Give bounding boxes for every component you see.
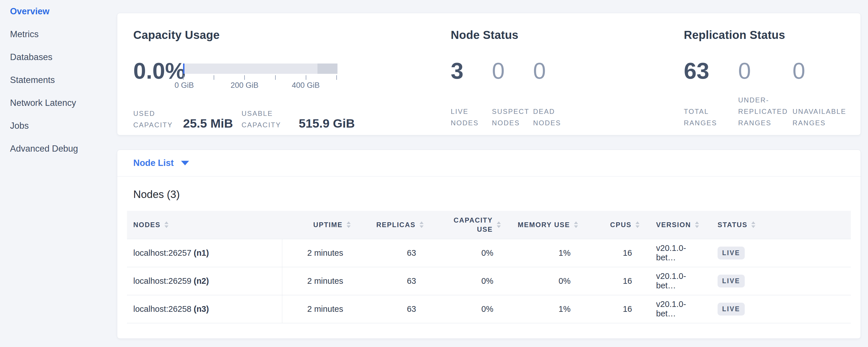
column-header-memory-use[interactable]: MEMORY USE xyxy=(504,211,581,239)
column-label: CPUS xyxy=(610,220,631,229)
under-replicated-label: UNDER- REPLICATED RANGES xyxy=(738,94,793,129)
capacity-usage-panel: Capacity Usage 0.0% 0 GiB 200 GiB 400 Gi… xyxy=(133,28,442,131)
replication-status-panel: Replication Status 63 TOTAL RANGES 0 UND… xyxy=(684,28,856,129)
node-address: localhost:26259 xyxy=(133,276,191,285)
column-header-nodes[interactable]: NODES xyxy=(127,211,282,239)
table-row[interactable]: localhost:26258 (n3) 2 minutes 63 0% 1% … xyxy=(127,295,851,323)
status-cell: LIVE xyxy=(704,239,851,267)
column-label: STATUS xyxy=(718,220,747,229)
sort-icon[interactable] xyxy=(636,221,640,228)
live-nodes-count: 3 xyxy=(451,60,492,83)
uptime-cell: 2 minutes xyxy=(282,295,353,323)
nodes-section: Nodes (3) NODES UPTIME REPLIC xyxy=(117,189,861,323)
nodes-heading: Nodes (3) xyxy=(133,189,851,200)
table-row[interactable]: localhost:26257 (n1) 2 minutes 63 0% 1% … xyxy=(127,239,851,267)
sort-icon[interactable] xyxy=(164,221,168,228)
suspect-nodes-stat: 0 SUSPECT NODES xyxy=(492,60,533,129)
table-row[interactable]: localhost:26259 (n2) 2 minutes 63 0% 0% … xyxy=(127,267,851,295)
total-ranges-stat: 63 TOTAL RANGES xyxy=(684,60,738,129)
dead-nodes-stat: 0 DEAD NODES xyxy=(533,60,574,129)
sidebar-item-jobs[interactable]: Jobs xyxy=(0,115,117,137)
sort-icon[interactable] xyxy=(695,221,699,228)
sort-icon[interactable] xyxy=(347,221,351,228)
node-status-panel: Node Status 3 LIVE NODES 0 SUSPECT NODES… xyxy=(451,28,674,129)
column-header-replicas[interactable]: REPLICAS xyxy=(353,211,427,239)
sidebar: Overview Metrics Databases Statements Ne… xyxy=(0,0,117,347)
unavailable-ranges-stat: 0 UNAVAILABLE RANGES xyxy=(793,60,847,129)
status-badge: LIVE xyxy=(718,303,745,316)
replicas-cell: 63 xyxy=(353,267,427,295)
capacity-use-cell: 0% xyxy=(427,239,504,267)
capacity-use-cell: 0% xyxy=(427,295,504,323)
sidebar-item-metrics[interactable]: Metrics xyxy=(0,23,117,46)
unavailable-label: UNAVAILABLE RANGES xyxy=(793,106,847,129)
capacity-gauge-used-marker xyxy=(183,64,184,74)
memory-use-cell: 1% xyxy=(504,295,581,323)
axis-label: 400 GiB xyxy=(292,81,320,90)
replicas-cell: 63 xyxy=(353,239,427,267)
cpus-cell: 16 xyxy=(581,267,642,295)
node-id-value: (n2) xyxy=(194,276,209,285)
column-header-capacity-use[interactable]: CAPACITY USE xyxy=(427,211,504,239)
chevron-down-icon xyxy=(181,161,189,165)
version-cell: v20.1.0-bet… xyxy=(642,267,704,295)
column-label: CAPACITY USE xyxy=(454,216,493,234)
sidebar-item-overview[interactable]: Overview xyxy=(0,0,117,23)
axis-label: 200 GiB xyxy=(230,81,258,90)
uptime-cell: 2 minutes xyxy=(282,239,353,267)
capacity-gauge-bar xyxy=(183,64,338,74)
replication-status-title: Replication Status xyxy=(684,28,856,42)
sidebar-item-statements[interactable]: Statements xyxy=(0,69,117,92)
sidebar-nav: Overview Metrics Databases Statements Ne… xyxy=(0,0,117,160)
column-header-version[interactable]: VERSION xyxy=(642,211,704,239)
sort-icon[interactable] xyxy=(574,221,578,228)
table-header-row: NODES UPTIME REPLICAS CAPACITY USE xyxy=(127,211,851,239)
total-ranges-label: TOTAL RANGES xyxy=(684,106,738,129)
sidebar-item-advanced-debug[interactable]: Advanced Debug xyxy=(0,137,117,160)
capacity-use-cell: 0% xyxy=(427,267,504,295)
memory-use-cell: 1% xyxy=(504,239,581,267)
capacity-usage-title: Capacity Usage xyxy=(133,28,442,42)
node-id-value: (n3) xyxy=(194,304,209,314)
sort-icon[interactable] xyxy=(420,221,424,228)
cpus-cell: 16 xyxy=(581,295,642,323)
status-badge: LIVE xyxy=(718,275,745,287)
live-nodes-stat: 3 LIVE NODES xyxy=(451,60,492,129)
capacity-gauge-dark-segment xyxy=(317,64,338,74)
node-address: localhost:26257 xyxy=(133,248,191,257)
version-cell: v20.1.0-bet… xyxy=(642,295,704,323)
replicas-cell: 63 xyxy=(353,295,427,323)
live-nodes-label: LIVE NODES xyxy=(451,106,492,129)
node-status-title: Node Status xyxy=(451,28,674,42)
node-address: localhost:26258 xyxy=(133,304,191,314)
cpus-cell: 16 xyxy=(581,239,642,267)
column-label: NODES xyxy=(133,220,160,229)
status-badge: LIVE xyxy=(718,247,745,259)
suspect-nodes-count: 0 xyxy=(492,60,533,83)
node-list-card: Node List Nodes (3) NODES UPTIME xyxy=(117,150,861,339)
node-list-dropdown-label: Node List xyxy=(133,158,174,168)
sidebar-item-network-latency[interactable]: Network Latency xyxy=(0,92,117,115)
column-header-uptime[interactable]: UPTIME xyxy=(282,211,353,239)
sort-icon[interactable] xyxy=(497,221,501,228)
under-replicated-count: 0 xyxy=(738,60,793,83)
capacity-gauge-row: 0.0% 0 GiB 200 GiB 400 GiB xyxy=(133,60,442,92)
sidebar-item-databases[interactable]: Databases xyxy=(0,46,117,69)
column-header-status[interactable]: STATUS xyxy=(704,211,851,239)
column-header-cpus[interactable]: CPUS xyxy=(581,211,642,239)
column-label: VERSION xyxy=(656,220,691,229)
axis-label: 0 GiB xyxy=(175,81,194,90)
node-list-dropdown[interactable]: Node List xyxy=(117,150,861,177)
sort-icon[interactable] xyxy=(751,221,755,228)
version-cell: v20.1.0-bet… xyxy=(642,239,704,267)
cluster-summary-card: Capacity Usage 0.0% 0 GiB 200 GiB 400 Gi… xyxy=(117,13,861,135)
nodes-table: NODES UPTIME REPLICAS CAPACITY USE xyxy=(127,211,851,323)
capacity-stats-row: USED CAPACITY 25.5 MiB USABLE CAPACITY 5… xyxy=(133,108,442,131)
capacity-used-percent: 0.0% xyxy=(133,60,183,83)
column-label: UPTIME xyxy=(313,220,343,229)
suspect-nodes-label: SUSPECT NODES xyxy=(492,106,533,129)
unavailable-count: 0 xyxy=(793,60,847,83)
column-label: REPLICAS xyxy=(376,220,415,229)
column-label: MEMORY USE xyxy=(518,220,570,229)
usable-capacity-label: USABLE CAPACITY xyxy=(241,108,292,131)
